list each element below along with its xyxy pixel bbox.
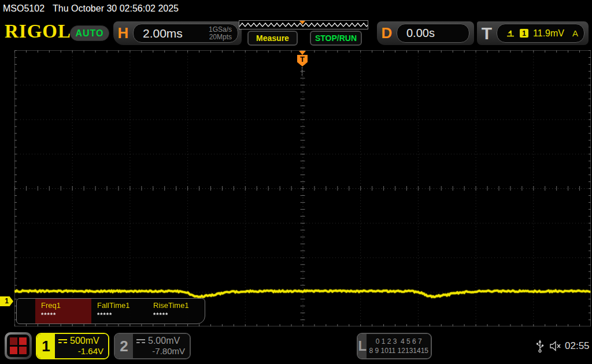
trigger-source-badge: 1	[520, 29, 528, 38]
stop-run-button[interactable]: STOP/RUN	[310, 31, 362, 46]
datetime: Thu October 30 02:56:02 2025	[53, 3, 179, 14]
measurement-name: FallTime1	[97, 301, 147, 310]
delay-value: 0.00s	[406, 27, 435, 40]
trigger-mode: A	[572, 28, 578, 38]
trigger-status-badge: AUTO	[70, 25, 109, 41]
channel1-status-box[interactable]: 1 500mV -1.64V	[36, 333, 109, 359]
measurement-risetime1[interactable]: RiseTime1 *****	[147, 299, 204, 324]
trigger-settings-box[interactable]: T 1 11.9mV A	[477, 21, 589, 45]
trigger-slope-icon	[506, 29, 515, 37]
measurement-name: RiseTime1	[153, 301, 204, 310]
model-name: MSO5102	[3, 3, 45, 14]
speaker-mute-icon[interactable]	[549, 340, 563, 352]
timebase-display[interactable]: 2.00ms 1GSa/s 20Mpts	[133, 24, 238, 43]
channel1-tab: 1	[37, 334, 55, 358]
channel2-values: 5.00mV -7.80mV	[133, 334, 190, 358]
trigger-label: T	[477, 24, 497, 43]
measurement-name: Freq1	[41, 301, 91, 310]
sample-rate: 1GSa/s	[209, 25, 232, 34]
measurement-value: *****	[97, 311, 147, 318]
memory-trigger-caret-icon	[299, 21, 305, 24]
logic-row-8-15: 8 9 1011 12131415	[369, 347, 428, 355]
measurement-panel: Freq1 ***** FallTime1 ***** RiseTime1 **…	[16, 298, 205, 324]
horizontal-settings-box[interactable]: H 2.00ms 1GSa/s 20Mpts	[113, 21, 242, 45]
trigger-position-caret-icon[interactable]	[299, 51, 306, 55]
logic-channel-list: 0 1 2 3 4 5 6 7 8 9 1011 12131415	[367, 334, 431, 358]
delay-label: D	[377, 24, 397, 42]
trigger-marker-tail	[302, 67, 302, 76]
function-menu-button[interactable]	[5, 332, 32, 359]
logic-tab: L	[358, 334, 367, 358]
rigol-logo: RIGOL	[5, 21, 71, 42]
usb-icon	[536, 339, 544, 353]
measurement-gutter	[17, 299, 35, 324]
measure-button[interactable]: Measure	[247, 31, 298, 46]
dc-coupling-icon	[136, 339, 145, 343]
oscilloscope-screen: MSO5102 Thu October 30 02:56:02 2025 RIG…	[0, 0, 592, 364]
measurement-value: *****	[41, 311, 91, 318]
graticule-canvas	[14, 50, 591, 326]
horizontal-label: H	[113, 24, 133, 42]
channel2-offset: -7.80mV	[136, 346, 185, 356]
timebase-value: 2.00ms	[143, 27, 209, 40]
logic-row-0-7: 0 1 2 3 4 5 6 7	[369, 337, 428, 346]
menu-grid-icon	[7, 335, 29, 357]
channel1-scale: 500mV	[70, 336, 99, 346]
measurement-freq1[interactable]: Freq1 *****	[35, 299, 91, 324]
acquisition-info: 1GSa/s 20Mpts	[209, 26, 232, 41]
channel2-status-box[interactable]: 2 5.00mV -7.80mV	[114, 333, 191, 359]
measurement-value: *****	[153, 311, 204, 318]
clock: 02:55	[565, 340, 590, 352]
measurement-falltime1[interactable]: FallTime1 *****	[91, 299, 147, 324]
channel1-offset: -1.64V	[58, 346, 103, 356]
channel1-values: 500mV -1.64V	[55, 334, 108, 358]
dc-coupling-icon	[58, 339, 67, 343]
channel2-scale: 5.00mV	[148, 336, 180, 346]
logic-channels-box[interactable]: L 0 1 2 3 4 5 6 7 8 9 1011 12131415	[357, 333, 432, 359]
trigger-level-value: 11.9mV	[533, 28, 564, 39]
channel2-tab: 2	[115, 334, 133, 358]
delay-settings-box[interactable]: D 0.00s	[377, 21, 474, 45]
top-info-bar: MSO5102 Thu October 30 02:56:02 2025	[0, 0, 592, 17]
trigger-display[interactable]: 1 11.9mV A	[497, 24, 584, 43]
memory-depth: 20Mpts	[209, 33, 232, 41]
channel1-offset-marker[interactable]: 1	[0, 296, 13, 306]
delay-display[interactable]: 0.00s	[397, 24, 469, 43]
